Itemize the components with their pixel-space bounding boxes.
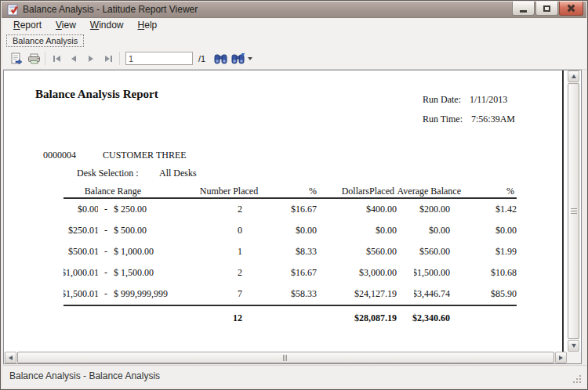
table-row: $500.01 - $ 1,000.00 1 $8.33 $560.00 $56…: [64, 241, 517, 262]
title-bar: Balance Analysis - Latitude Report Viewe…: [2, 2, 586, 18]
scroll-left-button[interactable]: [5, 352, 16, 363]
table-row: $1,000.01 - $ 1,500.00 2 $16.67 $3,000.0…: [64, 262, 517, 283]
cell-percent-2: $1.42: [459, 204, 517, 215]
report-page-area: Balance Analysis Report Run Date: 1/11/2…: [3, 70, 582, 364]
status-text: Balance Analysis - Balance Analysis: [9, 370, 160, 381]
previous-page-icon: [71, 56, 76, 62]
report-title: Balance Analysis Report: [35, 88, 158, 101]
cell-dash: -: [98, 225, 114, 237]
find-options-caret[interactable]: [248, 57, 252, 60]
run-time-label: Run Time:: [423, 114, 463, 125]
cell-percent-2: $1.99: [459, 246, 517, 258]
scroll-down-icon: [572, 344, 576, 348]
run-date-label: Run Date:: [423, 94, 461, 106]
previous-page-button[interactable]: [65, 52, 82, 66]
cell-range-high: $ 500.00: [114, 225, 181, 237]
toolbar: /1: [3, 48, 586, 70]
next-page-button[interactable]: [82, 52, 100, 66]
vertical-scrollbar[interactable]: [568, 70, 579, 352]
scroll-left-icon: [9, 356, 13, 360]
last-page-arrow: [105, 56, 110, 62]
scroll-up-button[interactable]: [568, 70, 579, 82]
export-icon: [10, 52, 23, 65]
cell-percent: $58.33: [242, 288, 317, 300]
cell-number: 7: [181, 288, 242, 300]
total-number: 12: [181, 312, 242, 324]
cell-dash: -: [98, 288, 114, 300]
cell-dollars: $3,000.00: [317, 267, 397, 279]
toolbar-separator: [45, 52, 45, 65]
menu-report[interactable]: Report: [6, 18, 49, 33]
maximize-button[interactable]: [535, 2, 558, 16]
table-header: Balance Range Number Placed % DollarsPla…: [64, 185, 517, 199]
find-next-button[interactable]: [229, 50, 246, 67]
print-button[interactable]: [25, 50, 42, 67]
scrollbar-grip: [571, 208, 577, 215]
cell-dash: -: [98, 204, 114, 215]
cell-number: 0: [181, 225, 242, 237]
header-average-balance: Average Balance: [397, 186, 461, 197]
menu-window[interactable]: Window: [83, 18, 131, 33]
header-number-placed: Number Placed: [200, 186, 258, 197]
scroll-right-button[interactable]: [555, 352, 567, 363]
scrollbar-corner: [568, 352, 581, 363]
status-bar: Balance Analysis - Balance Analysis: [3, 365, 586, 387]
cell-average: $200.00: [397, 204, 459, 215]
close-button[interactable]: [559, 2, 583, 16]
cell-percent-2: $0.00: [459, 225, 517, 237]
run-time-row: Run Time: 7:56:39AM: [423, 114, 515, 125]
minimize-icon: [520, 10, 527, 13]
balance-table: Balance Range Number Placed % DollarsPla…: [64, 185, 517, 330]
scroll-down-button[interactable]: [568, 340, 579, 352]
scroll-up-icon: [572, 74, 576, 78]
table-row: $1,500.01 - $ 999,999,999 7 $58.33 $24,1…: [64, 283, 517, 305]
cell-number: 1: [181, 246, 242, 258]
run-date-value: 1/11/2013: [470, 94, 507, 106]
cell-range-high: $ 999,999,999: [114, 288, 181, 300]
cell-percent: $16.67: [242, 267, 317, 279]
first-page-button[interactable]: [48, 52, 65, 66]
header-percent-2: %: [506, 186, 514, 197]
cell-dollars: $0.00: [317, 225, 397, 237]
vertical-scrollbar-thumb[interactable]: [568, 83, 579, 339]
binoculars-icon: [214, 53, 227, 64]
menu-bar: Report View Window Help: [3, 18, 586, 33]
page-number-input[interactable]: [125, 52, 193, 65]
resize-grip[interactable]: [579, 381, 581, 383]
cell-average: $3,446.74: [397, 288, 459, 300]
total-average: $2,340.60: [397, 312, 459, 324]
header-dollars-placed: DollarsPlaced: [342, 186, 394, 197]
table-row: $0.00 - $ 250.00 2 $16.67 $400.00 $200.0…: [64, 199, 517, 220]
desk-selection-label: Desk Selection :: [77, 168, 139, 179]
app-icon: [7, 4, 19, 16]
last-page-button[interactable]: [100, 52, 117, 66]
menu-help[interactable]: Help: [131, 18, 165, 33]
scroll-right-icon: [559, 356, 563, 360]
horizontal-scrollbar[interactable]: [4, 352, 568, 363]
print-icon: [27, 52, 41, 65]
desk-selection-value: All Desks: [159, 168, 197, 179]
total-dollars: $28,087.19: [317, 312, 397, 324]
cell-average: $0.00: [397, 225, 459, 237]
menu-view[interactable]: View: [49, 18, 83, 33]
minimize-button[interactable]: [512, 2, 535, 16]
find-button[interactable]: [212, 50, 229, 67]
export-button[interactable]: [8, 50, 25, 67]
first-page-arrow: [56, 56, 60, 62]
tab-balance-analysis[interactable]: Balance Analysis: [6, 34, 84, 47]
cell-range-high: $ 1,500.00: [114, 267, 181, 279]
cell-average: $1,500.00: [397, 267, 459, 279]
customer-name: CUSTOMER THREE: [103, 150, 187, 161]
report-viewer-window: Balance Analysis - Latitude Report Viewe…: [0, 0, 588, 390]
cell-number: 2: [181, 267, 242, 279]
cell-percent: $0.00: [242, 225, 317, 237]
cell-percent-2: $85.90: [459, 288, 517, 300]
cell-percent: $8.33: [242, 246, 317, 258]
header-percent-1: %: [309, 186, 317, 197]
cell-range-low: $1,500.01: [64, 288, 98, 300]
next-page-icon: [89, 56, 93, 62]
last-page-icon: [111, 56, 112, 62]
customer-code: 0000004: [43, 150, 76, 161]
horizontal-scrollbar-thumb[interactable]: [17, 352, 554, 363]
window-controls: [512, 2, 583, 16]
